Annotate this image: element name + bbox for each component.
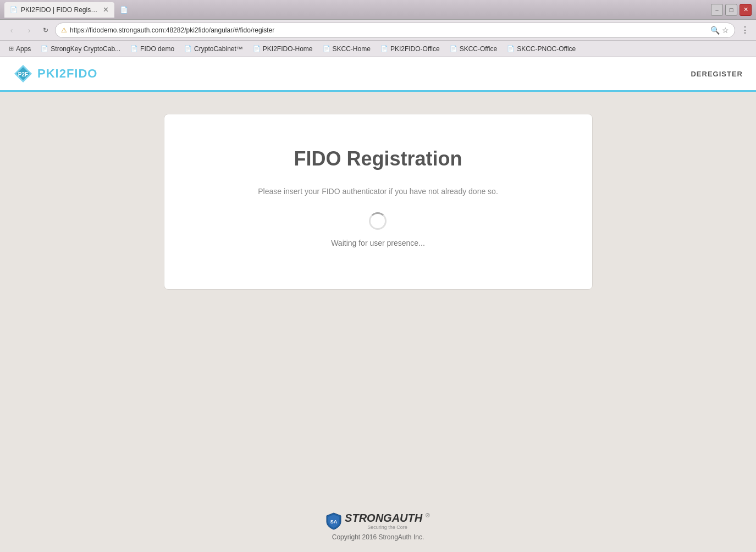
bookmark-strongkey-label: StrongKey CryptoCab... [51, 45, 120, 53]
svg-text:P2F: P2F [18, 71, 28, 78]
bookmark-cryptocabinet[interactable]: 📄 CryptoCabinet™ [180, 43, 247, 54]
active-tab[interactable]: 📄 PKI2FIDO | FIDO Registra... ✕ [4, 2, 114, 18]
bookmark-strongkey[interactable]: 📄 StrongKey CryptoCab... [36, 43, 125, 54]
footer-brand-text: STRONGAUTH [345, 512, 422, 524]
browser-window: 📄 PKI2FIDO | FIDO Registra... ✕ 📄 − □ ✕ … [0, 0, 756, 552]
logo-icon: P2F [13, 64, 33, 84]
webpage: P2F PKI2FIDO DEREGISTER FIDO Registratio… [0, 57, 756, 552]
bookmark-skcc-home-label: SKCC-Home [333, 45, 371, 53]
footer-copyright: Copyright 2016 StrongAuth Inc. [332, 533, 424, 541]
svg-text:SA: SA [330, 519, 338, 525]
inactive-tab[interactable]: 📄 [114, 2, 134, 18]
skcc-office-icon: 📄 [450, 45, 457, 52]
main-content: FIDO Registration Please insert your FID… [0, 92, 756, 501]
minimize-button[interactable]: − [711, 4, 723, 16]
window-controls: − □ ✕ [711, 4, 752, 16]
security-warning-icon: ⚠ [61, 26, 67, 34]
tab-close-button[interactable]: ✕ [103, 5, 109, 14]
bookmark-skcc-office-label: SKCC-Office [460, 45, 497, 53]
pki2fido-home-icon: 📄 [253, 45, 261, 52]
bookmark-skcc-pnoc[interactable]: 📄 SKCC-PNOC-Office [503, 43, 580, 54]
page-title: FIDO Registration [294, 147, 462, 170]
cryptocabinet-icon: 📄 [184, 45, 192, 52]
title-bar: 📄 PKI2FIDO | FIDO Registra... ✕ 📄 − □ ✕ [0, 0, 756, 20]
tab-favicon: 📄 [10, 6, 18, 13]
loading-spinner [369, 212, 387, 230]
pki2fido-office-icon: 📄 [380, 45, 388, 52]
skcc-home-icon: 📄 [323, 45, 330, 52]
bookmark-pki2fido-home-label: PKI2FIDO-Home [263, 45, 313, 53]
footer-brand-container: STRONGAUTH ® Securing the Core [345, 512, 430, 530]
refresh-button[interactable]: ↻ [40, 24, 52, 36]
logo-text: PKI2FIDO [37, 67, 97, 81]
back-button[interactable]: ‹ [4, 23, 19, 37]
bookmark-skcc-pnoc-label: SKCC-PNOC-Office [517, 45, 576, 53]
loading-area: Waiting for user presence... [331, 212, 425, 247]
bookmark-apps[interactable]: ⊞ Apps [4, 43, 35, 54]
deregister-link[interactable]: DEREGISTER [691, 70, 743, 78]
bookmark-fido-demo-label: FIDO demo [140, 45, 174, 53]
forward-button[interactable]: › [22, 23, 36, 37]
bookmark-cryptocabinet-label: CryptoCabinet™ [194, 45, 243, 53]
bookmark-pki2fido-home[interactable]: 📄 PKI2FIDO-Home [249, 43, 317, 54]
strongkey-icon: 📄 [41, 45, 48, 52]
page-description: Please insert your FIDO authenticator if… [258, 187, 498, 196]
skcc-pnoc-icon: 📄 [507, 45, 515, 52]
bookmark-skcc-home[interactable]: 📄 SKCC-Home [318, 43, 375, 54]
inactive-tab-icon: 📄 [120, 6, 128, 14]
address-input[interactable] [70, 26, 710, 34]
address-bar-actions: 🔍 ☆ [710, 26, 729, 35]
app-footer: SA STRONGAUTH ® Securing the Core Copyri… [0, 501, 756, 552]
apps-icon: ⊞ [9, 45, 14, 52]
bookmark-apps-label: Apps [16, 45, 31, 53]
footer-shield-icon: SA [326, 512, 341, 530]
bookmark-skcc-office[interactable]: 📄 SKCC-Office [445, 43, 501, 54]
browser-menu-button[interactable]: ⋮ [738, 23, 752, 37]
bookmark-fido-demo[interactable]: 📄 FIDO demo [126, 43, 179, 54]
search-icon[interactable]: 🔍 [710, 26, 720, 35]
browser-toolbar: ‹ › ↻ ⚠ 🔍 ☆ ⋮ [0, 20, 756, 41]
bookmark-pki2fido-office-label: PKI2FIDO-Office [390, 45, 440, 53]
tab-label: PKI2FIDO | FIDO Registra... [21, 6, 98, 14]
app-header: P2F PKI2FIDO DEREGISTER [0, 57, 756, 92]
footer-tagline: Securing the Core [345, 525, 430, 530]
fido-demo-icon: 📄 [130, 45, 138, 52]
bookmark-star-icon[interactable]: ☆ [722, 26, 729, 35]
close-button[interactable]: ✕ [740, 4, 752, 16]
registration-card: FIDO Registration Please insert your FID… [164, 114, 593, 290]
waiting-status: Waiting for user presence... [331, 239, 425, 247]
footer-logo: SA STRONGAUTH ® Securing the Core [326, 512, 430, 530]
bookmarks-bar: ⊞ Apps 📄 StrongKey CryptoCab... 📄 FIDO d… [0, 41, 756, 57]
maximize-button[interactable]: □ [725, 4, 737, 16]
address-bar-container: ⚠ 🔍 ☆ [55, 23, 735, 38]
bookmark-pki2fido-office[interactable]: 📄 PKI2FIDO-Office [376, 43, 444, 54]
logo-container: P2F PKI2FIDO [13, 64, 97, 84]
footer-brand-name: STRONGAUTH ® [345, 512, 430, 525]
